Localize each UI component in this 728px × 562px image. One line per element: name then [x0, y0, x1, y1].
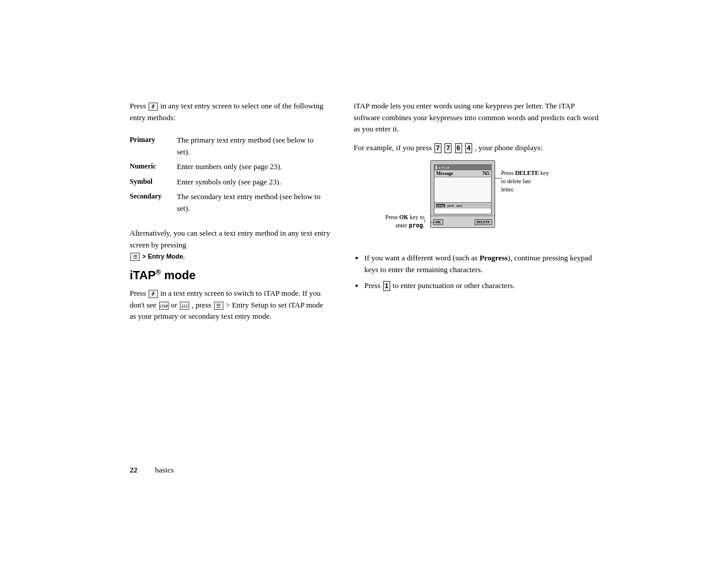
entry-desc-symbol: Enter symbols only (see page 23).	[177, 174, 330, 190]
itap-icon-2: 123	[180, 302, 189, 310]
message-label: Message	[436, 171, 453, 176]
right-column: iTAP mode lets you enter words using one…	[354, 100, 601, 322]
list-item-2: Press 1 to enter punctuation or other ch…	[364, 280, 601, 292]
entry-desc-numeric: Enter numbers only (see page 23).	[177, 159, 330, 174]
two-column-layout: Press # in any text entry screen to sele…	[130, 100, 601, 322]
itap-title-text: iTAP	[130, 268, 156, 281]
itap-title-rest: mode	[161, 268, 196, 281]
key-6: 6	[455, 143, 462, 153]
itap-section-title: iTAP® mode	[130, 268, 330, 282]
bullet-1-bold: Progress	[479, 253, 508, 262]
press-label: Press	[130, 101, 146, 110]
itap-section-body: Press # in a text entry screen to switch…	[130, 287, 330, 322]
key-1-icon: 1	[383, 281, 390, 291]
left-column: Press # in any text entry screen to sele…	[130, 100, 330, 322]
label-delete-key: Press DELETE keyto delete lastletter.	[501, 169, 572, 194]
connector-left	[430, 222, 439, 223]
example-para: For example, if you press 7 7 6 4 , your…	[354, 142, 601, 154]
status-icons: ▲▼ ⊡ △⊞	[439, 166, 450, 169]
footer-section: basics	[155, 465, 174, 475]
connector-left-v	[424, 219, 425, 223]
entry-label-symbol: Symbol	[130, 174, 177, 190]
suggestion-active: prog	[436, 204, 445, 207]
entry-methods-table: Primary The primary text entry method (s…	[130, 133, 330, 216]
right-intro-para: iTAP mode lets you enter words using one…	[354, 100, 601, 135]
entry-desc-secondary: The secondary text entry method (see bel…	[177, 189, 330, 216]
entry-label-primary: Primary	[130, 133, 177, 159]
suggestion-3: spui	[456, 204, 462, 207]
bullet-2-before: Press	[364, 281, 383, 290]
message-header: Message 765	[434, 170, 491, 177]
alt-paragraph: Alternatively, you can select a text ent…	[130, 227, 330, 262]
page-content: Press # in any text entry screen to sele…	[130, 100, 601, 322]
counter-label: 765	[482, 171, 489, 176]
example-text: For example, if you press	[354, 143, 432, 152]
table-row: Secondary The secondary text entry metho…	[130, 189, 330, 216]
bullet-1-before: If you want a different word (such as	[364, 253, 479, 262]
menu-ref: > Entry Mode.	[142, 253, 185, 260]
bullet-list: If you want a different word (such as Pr…	[364, 252, 601, 292]
connector-right	[495, 178, 502, 178]
table-row: Primary The primary text entry method (s…	[130, 133, 330, 159]
screen-inner: ▌ ▲▼ ⊡ △⊞ Message 765 prog	[434, 164, 492, 214]
label-ok-text: Press OK key toenter prog.	[386, 214, 424, 229]
label-delete-text: Press DELETE keyto delete lastletter.	[501, 170, 549, 193]
label-ok-key: Press OK key toenter prog.	[371, 213, 424, 230]
itap-icon-1: iTAP	[159, 302, 169, 310]
entry-label-secondary: Secondary	[130, 189, 177, 216]
intro-paragraph: Press # in any text entry screen to sele…	[130, 100, 330, 123]
phone-content-area	[434, 177, 491, 202]
key-7-2: 7	[444, 143, 452, 153]
press-label-2: Press	[130, 289, 146, 297]
suggestion-2: prob	[447, 204, 454, 207]
table-row: Symbol Enter symbols only (see page 23).	[130, 174, 330, 190]
key-4: 4	[465, 143, 472, 153]
phone-screen: ▌ ▲▼ ⊡ △⊞ Message 765 prog	[430, 160, 495, 228]
status-bar: ▌ ▲▼ ⊡ △⊞	[434, 165, 491, 170]
example-rest: , your phone displays:	[475, 143, 542, 152]
menu-key-icon: ☰	[130, 253, 140, 261]
intro-rest: in any text entry screen to select one o…	[130, 101, 323, 122]
phone-diagram-area: Press OK key toenter prog. ▌ ▲▼ ⊡ △⊞ Mes…	[371, 160, 601, 243]
signal-icon: ▌	[436, 166, 438, 169]
bullet-2-after: to enter punctuation or other characters…	[391, 281, 515, 290]
entry-desc-primary: The primary text entry method (see below…	[177, 133, 330, 159]
page-number: 22	[130, 465, 137, 475]
list-item-1: If you want a different word (such as Pr…	[364, 252, 601, 275]
section-body-or: or	[171, 300, 177, 309]
phone-nav-bar: OK DELETE	[431, 216, 495, 227]
entry-label-numeric: Numeric	[130, 159, 177, 174]
key-7-1: 7	[434, 143, 442, 153]
hash-key-icon-2: #	[149, 290, 158, 298]
page-footer: 22 basics	[130, 465, 174, 475]
hash-key-icon: #	[149, 103, 158, 111]
section-body-press: , press	[192, 300, 211, 309]
delete-button: DELETE	[475, 219, 492, 225]
menu-key-icon-2: ☰	[214, 302, 223, 310]
table-row: Numeric Enter numbers only (see page 23)…	[130, 159, 330, 174]
registered-mark: ®	[156, 268, 161, 276]
suggestions-bar: prog prob spui	[434, 202, 491, 209]
alt-text-content: Alternatively, you can select a text ent…	[130, 229, 330, 249]
